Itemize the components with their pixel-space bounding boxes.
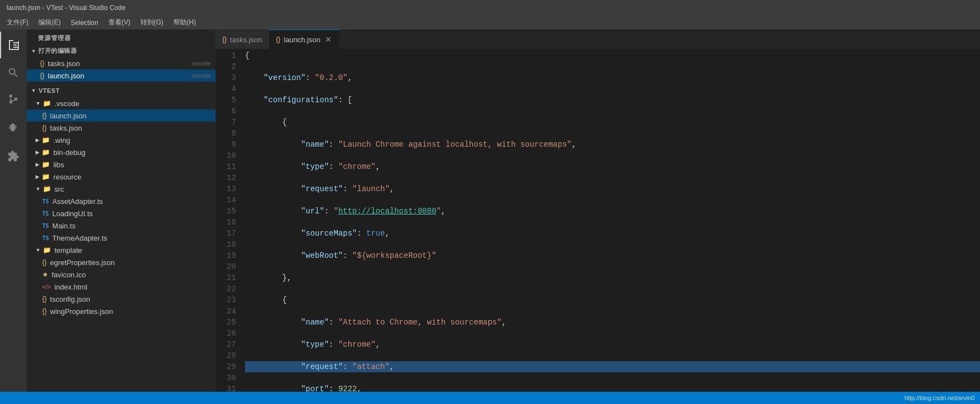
file-main-ts[interactable]: TS Main.ts	[27, 220, 216, 232]
src-icon: 📁	[43, 185, 51, 193]
svg-rect-3	[18, 41, 19, 50]
folder-resource[interactable]: ▶ 📁 resource	[27, 171, 216, 183]
svg-rect-6	[13, 47, 18, 48]
main-ts-icon: TS	[42, 223, 49, 229]
status-bar: http://blog.csdn.net/arvin0	[0, 392, 980, 404]
activity-search[interactable]	[0, 59, 27, 86]
libs-icon: 📁	[42, 161, 50, 168]
file-index-html[interactable]: </> index.html	[27, 281, 216, 293]
folder-wing[interactable]: ▶ 📁 .wing	[27, 134, 216, 146]
file-asset-adapter[interactable]: TS AssetAdapter.ts	[27, 195, 216, 207]
file-theme-adapter[interactable]: TS ThemeAdapter.ts	[27, 232, 216, 244]
open-editor-tasks-json[interactable]: {} tasks.json .vscode	[27, 57, 216, 69]
svg-rect-4	[13, 42, 18, 43]
menu-edit[interactable]: 编辑(E)	[34, 17, 65, 28]
svg-rect-2	[9, 49, 18, 50]
bin-debug-icon: 📁	[42, 148, 50, 156]
editor-area: {} tasks.json {} launch.json ✕ 12345 678…	[216, 29, 980, 392]
file-tasks-json[interactable]: {} tasks.json	[27, 122, 216, 134]
tsconfig-icon: {}	[42, 295, 47, 303]
new-file-btn[interactable]: ⊕	[165, 86, 174, 95]
svg-rect-5	[13, 44, 17, 46]
bin-debug-arrow: ▶	[36, 149, 39, 155]
menu-help[interactable]: 帮助(H)	[169, 17, 201, 28]
vscode-folder-arrow: ▼	[36, 101, 41, 106]
vtest-section-header[interactable]: ▼ VTEST ⊕ 📁 ↻ ⊟	[27, 84, 216, 97]
folder-vscode[interactable]: ▼ 📁 .vscode	[27, 97, 216, 109]
file-loading-ui[interactable]: TS LoadingUI.ts	[27, 207, 216, 220]
file-egret-properties[interactable]: {} egretProperties.json	[27, 256, 216, 268]
launch-json-tab-icon: {}	[276, 36, 281, 43]
activity-bar	[0, 29, 27, 392]
code-content[interactable]: { "version": "0.2.0", "configurations": …	[245, 49, 980, 392]
code-editor[interactable]: 12345 678910 1112131415 1617181920 21222…	[216, 49, 980, 392]
open-editors-arrow: ▼	[31, 48, 36, 54]
menu-selection[interactable]: Selection	[66, 18, 102, 28]
wing-folder-icon: 📁	[42, 136, 50, 144]
main-layout: 资源管理器 ▼ 打开的编辑器 {} tasks.json .vscode {} …	[0, 29, 980, 392]
tab-bar: {} tasks.json {} launch.json ✕	[216, 29, 980, 49]
menu-goto[interactable]: 转到(G)	[136, 17, 168, 28]
folder-template[interactable]: ▼ 📁 template	[27, 244, 216, 256]
sidebar-title: 资源管理器	[27, 29, 216, 44]
libs-arrow: ▶	[36, 162, 39, 167]
src-arrow: ▼	[36, 186, 41, 192]
launch-json-icon: {}	[40, 72, 44, 79]
collapse-btn[interactable]: ⊟	[202, 86, 212, 95]
refresh-btn[interactable]: ↻	[191, 86, 200, 95]
file-launch-json[interactable]: {} launch.json	[27, 109, 216, 122]
tab-close-launch-json[interactable]: ✕	[324, 34, 333, 44]
wing-properties-icon: {}	[42, 307, 47, 315]
file-favicon[interactable]: ★ favicon.ico	[27, 268, 216, 281]
line-numbers: 12345 678910 1112131415 1617181920 21222…	[216, 49, 245, 392]
svg-rect-1	[9, 40, 10, 50]
vscode-folder-icon: 📁	[43, 99, 51, 107]
title-bar: launch.json - VTest - Visual Studio Code	[0, 0, 980, 16]
folder-bin-debug[interactable]: ▶ 📁 bin-debug	[27, 146, 216, 158]
folder-libs[interactable]: ▶ 📁 libs	[27, 158, 216, 171]
open-editors-section-header[interactable]: ▼ 打开的编辑器	[27, 44, 216, 57]
activity-extensions[interactable]	[0, 143, 27, 169]
new-folder-btn[interactable]: 📁	[177, 86, 189, 95]
activity-explorer[interactable]	[0, 32, 27, 58]
watermark: http://blog.csdn.net/arvin0	[904, 395, 974, 401]
menu-file[interactable]: 文件(F)	[2, 17, 33, 28]
folder-src[interactable]: ▼ 📁 src	[27, 183, 216, 195]
activity-debug[interactable]	[0, 115, 27, 142]
template-arrow: ▼	[36, 247, 41, 253]
tab-tasks-json[interactable]: {} tasks.json	[216, 29, 269, 49]
activity-git[interactable]	[0, 87, 27, 114]
favicon-icon: ★	[42, 271, 48, 278]
resource-icon: 📁	[42, 173, 50, 181]
open-editor-launch-json[interactable]: {} launch.json .vscode	[27, 69, 216, 82]
resource-arrow: ▶	[36, 174, 39, 179]
svg-rect-0	[9, 40, 13, 41]
menu-view[interactable]: 查看(V)	[104, 17, 135, 28]
file-tsconfig[interactable]: {} tsconfig.json	[27, 293, 216, 305]
index-html-icon: </>	[42, 283, 51, 290]
sidebar: 资源管理器 ▼ 打开的编辑器 {} tasks.json .vscode {} …	[27, 29, 216, 392]
menu-bar: 文件(F) 编辑(E) Selection 查看(V) 转到(G) 帮助(H)	[0, 16, 980, 29]
tasks-json-icon: {}	[40, 59, 44, 67]
file-wing-properties[interactable]: {} wingProperties.json	[27, 305, 216, 317]
launch-json-tree-icon: {}	[42, 112, 47, 119]
loading-ui-icon: TS	[42, 211, 49, 217]
wing-folder-arrow: ▶	[36, 137, 39, 143]
vtest-arrow: ▼	[31, 88, 36, 93]
window-title: launch.json - VTest - Visual Studio Code	[7, 4, 126, 12]
template-icon: 📁	[43, 246, 51, 254]
egret-properties-icon: {}	[42, 258, 47, 266]
tasks-json-tree-icon: {}	[42, 124, 47, 132]
asset-adapter-icon: TS	[42, 198, 49, 205]
tasks-json-tab-icon: {}	[222, 36, 227, 43]
tab-launch-json[interactable]: {} launch.json ✕	[269, 29, 340, 49]
theme-adapter-icon: TS	[42, 235, 49, 241]
